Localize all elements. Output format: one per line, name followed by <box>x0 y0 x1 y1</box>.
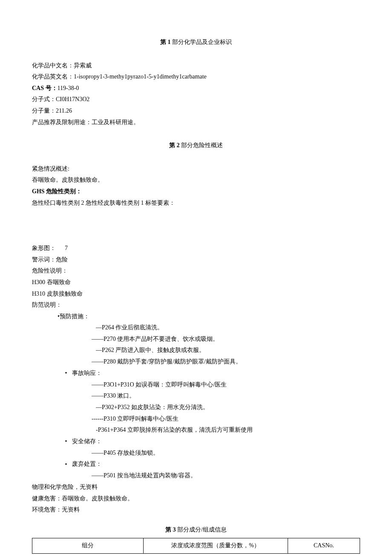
p310: ------P310 立即呼叫解毒中心/医生 <box>32 413 360 425</box>
disposal-header: 废弃处置： <box>72 461 102 467</box>
hazard-stat-label: 危险性说明： <box>32 265 360 277</box>
emergency-text: 吞咽致命。皮肤接触致命。 <box>32 174 360 186</box>
p270: ——P270 使用本产品时不要进食、饮水或吸烟。 <box>32 334 360 345</box>
mw-label: 分子量： <box>32 108 56 114</box>
section-1-text: 部分化学品及企业标识 <box>172 39 232 45</box>
pictogram-label: 象形图： <box>32 245 56 251</box>
p264: —P264 作业后彻底清洗。 <box>32 322 360 334</box>
response-header: 事故响应： <box>72 370 102 376</box>
col-cas: CASNo. <box>288 538 360 554</box>
col-concentration: 浓度或浓度范围（质量分数，%） <box>144 538 288 554</box>
p405: ——P405 存放处须加锁。 <box>32 447 360 459</box>
section-3-text: 部分成分/组成信息 <box>177 526 227 533</box>
cas-label: CAS 号： <box>32 85 58 91</box>
signal-value: 危险 <box>56 256 68 263</box>
section-3-title: 第 3 部分成分/组成信息 <box>32 524 360 536</box>
table-row: 组分 浓度或浓度范围（质量分数，%） CASNo. <box>32 538 360 554</box>
p262: —P262 严防进入眼中、接触皮肤或衣服。 <box>32 345 360 356</box>
use-value: 工业及科研用途。 <box>92 119 139 125</box>
name-en-label: 化学品英文名： <box>32 73 74 80</box>
emergency-label: 紧急情况概述: <box>32 163 360 175</box>
section-2-num: 第 2 <box>169 142 181 148</box>
p301: ——P3O1+P31O 如误吞咽：立即呼叫解毒中心/医生 <box>32 379 360 391</box>
bullet-dot-icon: • <box>60 368 72 379</box>
composition-table: 组分 浓度或浓度范围（质量分数，%） CASNo. <box>32 538 360 554</box>
bullet-dot-icon: • <box>60 436 72 447</box>
p501: ——P501 按当地法规处置内装物/容器。 <box>32 470 360 482</box>
phys-chem: 物理和化学危险，无资料 <box>32 482 360 493</box>
cas-value: 119-38-0 <box>58 85 79 91</box>
section-3-num: 第 3 <box>165 526 177 533</box>
p330: ——P330 漱口。 <box>32 390 360 402</box>
precaution-label: 防范说明： <box>32 299 360 311</box>
p280: ——P280 戴防护手套/穿防护服/戴防护眼罩/戴防护面具。 <box>32 356 360 368</box>
h300: H300 吞咽致命 <box>32 277 360 288</box>
section-1-title: 第 1 部分化学品及企业标识 <box>32 37 360 48</box>
name-cn-label: 化学品中文名： <box>32 62 74 69</box>
section-2-body: 紧急情况概述: 吞咽致命。皮肤接触致命。 GHS 危险性类别： 急性经口毒性类别… <box>32 163 360 516</box>
prevention-header: 预防措施： <box>60 313 89 320</box>
col-component: 组分 <box>32 538 144 554</box>
section-2-title: 第 2 部分危险性概述 <box>32 140 360 151</box>
p361: -P361+P364 立即脱掉所有沾染的衣服，清洗后方可重新使用 <box>32 424 360 436</box>
section-1-num: 第 1 <box>160 39 172 45</box>
pictogram-value: 7 <box>65 245 68 251</box>
signal-label: 警示词： <box>32 256 56 263</box>
bullet-dot-icon: • <box>60 459 72 471</box>
h310: H310 皮肤接触致命 <box>32 288 360 300</box>
formula-value: CI0H17N3O2 <box>56 96 89 102</box>
ghs-label: GHS 危险性类别： <box>32 186 360 198</box>
name-cn: 异索威 <box>74 62 92 69</box>
health-label: 健康危害： <box>32 495 62 502</box>
formula-label: 分子式： <box>32 96 56 102</box>
env-value: 无资料 <box>62 506 80 513</box>
p302: —P302+P352 如皮肤沾染：用水充分清洗。 <box>32 402 360 413</box>
name-en: 1-isopropy1-3-methy1pyrazo1-5-y1dimethy1… <box>74 73 207 80</box>
mw-value: 211.26 <box>56 108 72 114</box>
section-1-body: 化学品中文名：异索威 化学品英文名：1-isopropy1-3-methy1py… <box>32 60 360 128</box>
storage-header: 安全储存： <box>72 438 102 445</box>
use-label: 产品推荐及限制用途： <box>32 119 92 125</box>
health-value: 吞咽致命。皮肤接触致命。 <box>62 495 133 502</box>
ghs-text: 急性经口毒性类别 2 急性经皮肤毒性类别 1 标签要素： <box>32 198 360 209</box>
env-label: 环境危害： <box>32 506 62 513</box>
section-2-text: 部分危险性概述 <box>181 142 223 148</box>
